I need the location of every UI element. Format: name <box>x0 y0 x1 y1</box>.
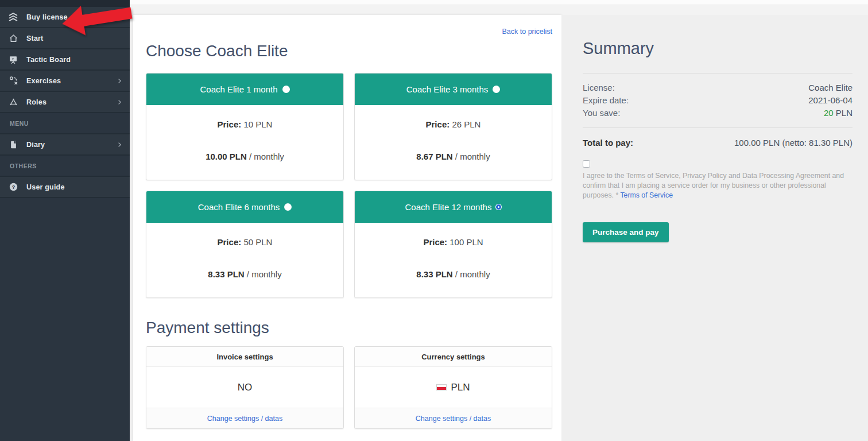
total-label: Total to pay: <box>583 138 633 148</box>
payment-settings-title: Payment settings <box>146 319 552 337</box>
sidebar-item-tactic-board[interactable]: Tactic Board <box>0 49 130 71</box>
plan-radio[interactable] <box>493 86 500 93</box>
plan-monthly: 10.00 PLN / monthly <box>146 151 343 163</box>
terms-checkbox[interactable] <box>583 160 590 168</box>
divider <box>583 73 852 74</box>
poland-flag-icon <box>436 384 447 390</box>
diary-icon <box>0 140 26 149</box>
sidebar: Buy license Start Tactic Board Exercises <box>0 0 130 441</box>
chevron-right-icon <box>117 142 122 148</box>
plan-monthly: 8.33 PLN / monthly <box>146 269 343 280</box>
divider <box>583 127 852 128</box>
tactic-board-icon <box>0 55 26 64</box>
settings-card-title: Currency settings <box>355 347 552 367</box>
plan-radio[interactable] <box>284 203 292 211</box>
sidebar-item-user-guide[interactable]: ? User guide <box>0 177 130 198</box>
exercises-icon <box>0 76 26 86</box>
sidebar-item-label: Tactic Board <box>26 56 71 64</box>
summary-row-license: License: Coach Elite <box>583 82 852 94</box>
app-window: Buy license Start Tactic Board Exercises <box>0 0 868 441</box>
plan-radio[interactable] <box>496 204 501 210</box>
plan-select-header[interactable]: Coach Elite 12 months <box>355 191 552 223</box>
chevron-right-icon <box>117 99 122 105</box>
page-background-strip <box>130 5 868 15</box>
sidebar-item-exercises[interactable]: Exercises <box>0 71 130 92</box>
summary-row-expire-date: Expire date: 2021-06-04 <box>583 94 852 107</box>
sidebar-item-label: Exercises <box>26 77 61 85</box>
sidebar-top-strip <box>0 0 130 7</box>
back-to-pricelist-link[interactable]: Back to pricelist <box>146 28 552 36</box>
top-navbar-edge <box>130 0 868 5</box>
plan-price: Price: 50 PLN <box>146 237 343 248</box>
currency-code: PLN <box>451 382 470 393</box>
sidebar-item-label: Roles <box>26 98 46 106</box>
section-label: MENU <box>10 120 29 127</box>
content-row: Back to pricelist Choose Coach Elite Coa… <box>130 15 868 441</box>
sidebar-item-label: User guide <box>26 183 65 191</box>
summary-row-value: 2021-06-04 <box>808 94 852 107</box>
plan-select-header[interactable]: Coach Elite 6 months <box>146 191 343 223</box>
plan-body: Price: 26 PLN 8.67 PLN / monthly <box>355 105 552 180</box>
purchase-and-pay-button[interactable]: Purchase and pay <box>583 222 669 242</box>
currency-settings-value: PLN <box>355 367 552 408</box>
settings-card-title: Invoice settings <box>146 347 343 367</box>
change-invoice-settings-link[interactable]: Change settings / datas <box>207 415 282 423</box>
total-value: 100.00 PLN (netto: 81.30 PLN) <box>734 138 852 148</box>
summary-row-label: Expire date: <box>583 94 629 107</box>
svg-text:?: ? <box>11 184 15 190</box>
chevrons-up-icon <box>0 12 26 22</box>
terms-agreement-text: I agree to the Terms of Service, Privacy… <box>583 171 852 200</box>
roles-icon <box>0 98 26 107</box>
page-title: Choose Coach Elite <box>146 42 552 60</box>
plans-grid-row-2: Coach Elite 6 months Price: 50 PLN 8.33 … <box>146 191 552 298</box>
plan-card: Coach Elite 3 months Price: 26 PLN 8.67 … <box>354 73 552 180</box>
change-currency-settings-link[interactable]: Change settings / datas <box>416 415 491 423</box>
plan-body: Price: 100 PLN 8.33 PLN / monthly <box>355 223 552 297</box>
summary-title: Summary <box>583 39 852 58</box>
plan-monthly: 8.67 PLN / monthly <box>355 151 552 163</box>
summary-panel: Summary License: Coach Elite Expire date… <box>561 15 868 441</box>
plan-card: Coach Elite 6 months Price: 50 PLN 8.33 … <box>146 191 344 298</box>
summary-row-value: 20 PLN <box>824 107 852 119</box>
home-icon <box>0 34 26 43</box>
plan-select-header[interactable]: Coach Elite 3 months <box>355 74 552 105</box>
plan-body: Price: 50 PLN 8.33 PLN / monthly <box>146 223 343 297</box>
plan-monthly: 8.33 PLN / monthly <box>355 269 552 280</box>
sidebar-item-label: Start <box>26 34 43 42</box>
sidebar-section-menu: MENU <box>0 113 130 134</box>
plan-title: Coach Elite 3 months <box>406 84 489 94</box>
total-to-pay-row: Total to pay: 100.00 PLN (netto: 81.30 P… <box>583 138 852 148</box>
summary-rows: License: Coach Elite Expire date: 2021-0… <box>583 82 852 119</box>
license-content-card: Back to pricelist Choose Coach Elite Coa… <box>133 15 561 441</box>
invoice-settings-value: NO <box>146 367 343 408</box>
sidebar-item-roles[interactable]: Roles <box>0 92 130 113</box>
sidebar-section-others: OTHERS <box>0 156 130 177</box>
terms-of-service-link[interactable]: Terms of Service <box>620 191 673 199</box>
summary-row-label: You save: <box>583 107 620 119</box>
settings-card-footer: Change settings / datas <box>355 408 552 428</box>
plan-price: Price: 100 PLN <box>355 237 552 248</box>
plan-radio[interactable] <box>282 86 290 93</box>
plan-title: Coach Elite 12 months <box>405 202 492 212</box>
invoice-settings-card: Invoice settings NO Change settings / da… <box>146 346 344 429</box>
plan-body: Price: 10 PLN 10.00 PLN / monthly <box>146 105 343 180</box>
plan-title: Coach Elite 6 months <box>198 202 280 212</box>
main-area: Back to pricelist Choose Coach Elite Coa… <box>130 0 868 441</box>
plan-title: Coach Elite 1 month <box>200 84 277 94</box>
plan-price: Price: 10 PLN <box>146 119 343 130</box>
settings-grid: Invoice settings NO Change settings / da… <box>146 346 552 429</box>
plans-grid-row-1: Coach Elite 1 month Price: 10 PLN 10.00 … <box>146 73 552 180</box>
plan-card: Coach Elite 12 months Price: 100 PLN 8.3… <box>354 191 552 298</box>
plan-price: Price: 26 PLN <box>355 119 552 130</box>
plan-select-header[interactable]: Coach Elite 1 month <box>146 74 343 105</box>
summary-row-you-save: You save: 20 PLN <box>583 107 852 119</box>
sidebar-item-buy-license[interactable]: Buy license <box>0 7 130 28</box>
sidebar-item-diary[interactable]: Diary <box>0 134 130 156</box>
help-icon: ? <box>0 182 26 192</box>
plan-card: Coach Elite 1 month Price: 10 PLN 10.00 … <box>146 73 344 180</box>
sidebar-item-label: Diary <box>26 141 45 149</box>
sidebar-item-label: Buy license <box>26 13 68 21</box>
currency-settings-card: Currency settings PLN Change settings / … <box>354 346 552 429</box>
sidebar-item-start[interactable]: Start <box>0 28 130 49</box>
summary-row-label: License: <box>583 82 615 94</box>
